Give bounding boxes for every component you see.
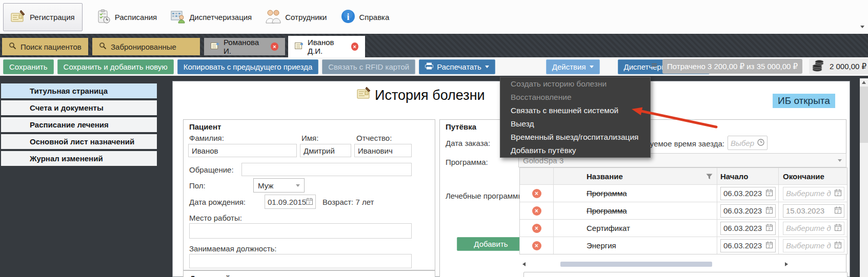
salutation-input[interactable] [241,163,412,176]
scroll-up-icon[interactable] [862,81,866,84]
position-label: Занимаемая должность: [189,244,277,253]
menu-item-add-voucher[interactable]: Добавить путёвку [500,144,650,157]
toolbar-overflow-chevron-icon[interactable] [860,26,864,28]
help-icon: i [340,9,356,26]
tab-booked[interactable]: Забронированные [92,38,200,55]
filter-icon[interactable] [706,173,713,181]
calendar-icon[interactable]: 7 [766,241,773,250]
delete-row-icon[interactable]: × [532,206,541,216]
start-date-input[interactable]: 06.03.20237 [720,204,776,218]
tab-label: Забронированные [111,42,176,51]
calendar-icon[interactable]: 7 [766,224,773,232]
end-date-input[interactable]: 15.03.20237 [783,204,844,218]
tab-patient-ivanov[interactable]: Иванов Д.И. × [288,36,365,57]
start-date-input[interactable]: 06.03.20237 [720,239,776,252]
sidebar-item-change-log[interactable]: Журнал изменений [1,151,157,166]
position-input[interactable] [189,254,412,268]
page-vertical-scrollbar[interactable] [860,78,868,277]
save-and-add-button[interactable]: Сохранить и добавить новую [57,59,174,74]
document-icon [295,42,304,51]
scroll-left-icon[interactable] [522,262,526,266]
scrollbar-thumb[interactable] [860,87,868,143]
chevron-down-icon [296,184,300,187]
coins-icon [812,59,825,73]
copy-previous-visit-button[interactable]: Копировать с предыдущего приезда [177,59,319,74]
spent-amount-badge: Потрачено 3 200,00 ₽ из 35 000,00 ₽ [662,59,802,74]
chevron-down-icon [838,159,842,162]
menu-item-link-external-system[interactable]: Связать с внешней системой [500,104,650,117]
gender-label: Пол: [189,181,206,190]
address-groupbox: Домашний адрес [183,270,435,277]
tab-label: Иванов Д.И. [308,38,347,55]
patronymic-input[interactable] [354,144,412,157]
balance-display: 2 000,00 ₽ [809,58,868,74]
calendar-icon[interactable]: 7 [835,206,841,215]
schedules-icon [96,9,111,26]
salutation-label: Обращение: [189,165,234,174]
clock-icon[interactable] [757,139,764,147]
table-horizontal-scrollbar[interactable] [519,260,790,268]
delete-row-icon[interactable]: × [532,241,541,250]
tab-label: Романова И. [224,38,267,55]
scrollbar-thumb[interactable] [560,262,712,267]
close-tab-icon[interactable]: × [271,42,278,51]
arrival-time-input[interactable]: Выбер [728,136,768,150]
toolbar-item-dispatch[interactable]: Диспетчеризация [170,9,252,26]
calendar-icon[interactable]: 7 [306,198,313,206]
firstname-input[interactable] [300,144,351,157]
toolbar-item-staff[interactable]: Сотрудники [265,9,327,26]
calendar-icon[interactable]: 7 [766,189,773,198]
toolbar-grip[interactable] [651,63,657,67]
calendar-icon[interactable]: 7 [835,241,841,250]
birthdate-input[interactable]: 01.09.2015 7 [265,195,316,209]
svg-text:7: 7 [768,244,771,249]
toolbar-item-registration[interactable]: Регистрация [3,3,83,31]
svg-text:7: 7 [837,209,839,214]
chevron-down-icon [590,66,594,68]
toolbar-item-schedules[interactable]: Расписания [96,9,157,26]
menu-item-restore[interactable]: Восстановление [500,91,650,104]
start-date-input[interactable]: 06.03.20237 [720,187,776,200]
end-date-input[interactable]: Выберите д7 [783,222,844,235]
end-date-input[interactable]: Выберите д7 [783,239,844,252]
calendar-icon[interactable]: 7 [835,224,841,232]
calendar-icon[interactable]: 7 [766,206,773,215]
close-tab-icon[interactable]: × [351,42,358,51]
toolbar-item-help[interactable]: i Справка [340,9,390,26]
action-toolbar: Сохранить Сохранить и добавить новую Коп… [0,57,868,76]
svg-text:7: 7 [837,227,839,231]
menu-item-temporary-departure[interactable]: Временный выезд/госпитализация [500,131,650,144]
calendar-icon[interactable]: 7 [835,189,841,198]
svg-text:i: i [347,12,349,22]
scroll-right-icon[interactable] [785,262,788,266]
workplace-input[interactable] [189,223,412,239]
delete-row-icon[interactable]: × [532,189,541,198]
program-name: Программа [587,189,627,198]
start-date-input[interactable]: 06.03.20237 [720,222,776,235]
sidebar-item-treatment-schedule[interactable]: Расписание лечения [1,117,157,132]
surname-input[interactable] [188,144,297,157]
link-rfid-button[interactable]: Связать с RFID картой [322,59,415,74]
tab-patient-search[interactable]: Поиск пациентов [2,38,88,55]
table-header-row: Название Начало Окончание [520,168,847,184]
actions-button[interactable]: Действия [546,59,600,74]
print-button[interactable]: Распечатать [419,59,495,74]
toolbar-item-label: Регистрация [30,13,75,22]
menu-item-create-history[interactable]: Создать историю болезни [500,77,650,91]
toolbar-item-label: Расписания [115,13,157,22]
column-header-name: Название [587,172,623,181]
tab-patient-romanova[interactable]: Романова И. × [204,38,285,55]
sidebar-item-prescription-sheet[interactable]: Основной лист назначений [1,134,157,149]
add-program-button[interactable]: Добавить [457,237,525,251]
end-date-input[interactable]: Выберите д7 [783,187,844,200]
sidebar-item-title-page[interactable]: Титульная страница [1,83,157,98]
patient-group-label: Пациент [189,122,221,131]
sidebar-item-invoices[interactable]: Счета и документы [1,100,157,115]
menu-item-departure[interactable]: Выезд [500,117,650,131]
birthdate-label: Дата рождения: [189,198,246,206]
gender-select[interactable]: Муж [253,178,305,193]
save-button[interactable]: Сохранить [3,59,54,74]
delete-row-icon[interactable]: × [532,224,541,233]
dispatch-icon [170,9,186,26]
program-label: Программа: [446,158,488,166]
